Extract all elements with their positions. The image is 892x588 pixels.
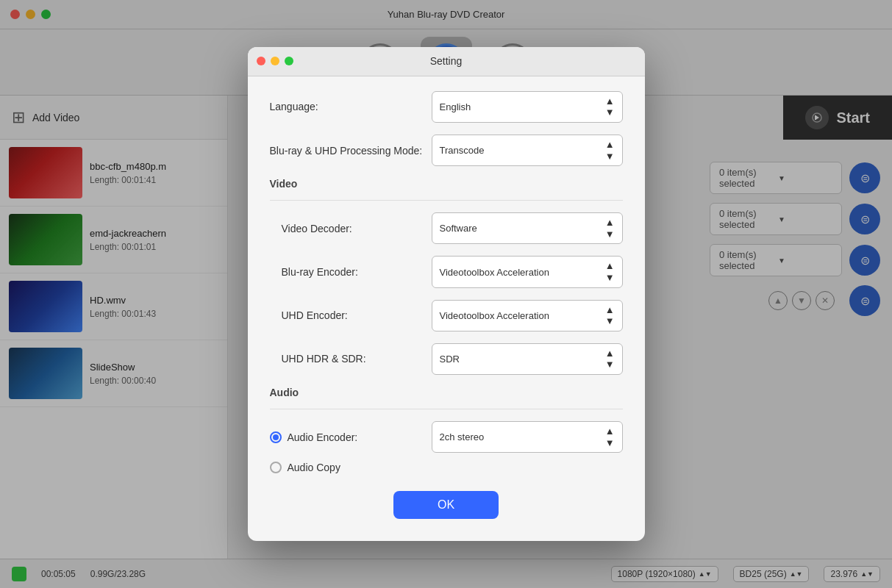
audio-copy-row: Audio Copy: [270, 462, 623, 473]
uhd-encoder-value: Videotoolbox Acceleration: [440, 310, 549, 321]
audio-divider: [270, 409, 623, 409]
bluray-encoder-select[interactable]: Videotoolbox Acceleration ▲ ▼: [432, 256, 623, 287]
bluray-mode-value: Transcode: [440, 145, 485, 156]
uhd-encoder-row: UHD Encoder: Videotoolbox Acceleration ▲…: [270, 300, 623, 331]
bluray-mode-row: Blu-ray & UHD Processing Mode: Transcode…: [270, 135, 623, 166]
stepper-up-icon[interactable]: ▲: [605, 304, 615, 316]
video-decoder-select[interactable]: Software ▲ ▼: [432, 212, 623, 244]
bluray-encoder-stepper[interactable]: ▲ ▼: [605, 260, 615, 283]
stepper-up-icon[interactable]: ▲: [605, 217, 615, 229]
language-value: English: [440, 101, 471, 112]
language-stepper[interactable]: ▲ ▼: [605, 96, 615, 118]
audio-encoder-stepper[interactable]: ▲ ▼: [605, 426, 615, 448]
uhd-hdr-label: UHD HDR & SDR:: [270, 353, 432, 365]
uhd-encoder-label: UHD Encoder:: [270, 309, 432, 321]
audio-copy-label: Audio Copy: [288, 462, 340, 473]
dialog-close-button[interactable]: [257, 57, 265, 65]
uhd-hdr-control: SDR ▲ ▼: [432, 343, 623, 375]
language-label: Language:: [270, 101, 432, 112]
stepper-up-icon[interactable]: ▲: [605, 260, 615, 272]
dialog-body: Language: English ▲ ▼ Blu-ray & UHD Proc…: [248, 76, 645, 541]
audio-section-title: Audio: [270, 387, 623, 398]
stepper-down-icon[interactable]: ▼: [605, 437, 615, 449]
audio-copy-radio[interactable]: [270, 462, 282, 473]
bluray-encoder-value: Videotoolbox Acceleration: [440, 267, 549, 278]
stepper-up-icon[interactable]: ▲: [605, 348, 615, 359]
dialog-title: Setting: [430, 55, 463, 67]
modal-overlay: Setting Language: English ▲ ▼: [0, 0, 892, 588]
video-decoder-stepper[interactable]: ▲ ▼: [605, 217, 615, 240]
uhd-hdr-stepper[interactable]: ▲ ▼: [605, 348, 615, 370]
stepper-up-icon[interactable]: ▲: [605, 96, 615, 107]
audio-copy-radio-label[interactable]: Audio Copy: [270, 462, 432, 473]
bluray-mode-control: Transcode ▲ ▼: [432, 135, 623, 166]
video-section-title: Video: [270, 178, 623, 190]
setting-dialog: Setting Language: English ▲ ▼: [248, 47, 645, 541]
audio-encoder-label: Audio Encoder:: [288, 431, 358, 443]
language-row: Language: English ▲ ▼: [270, 91, 623, 123]
uhd-hdr-value: SDR: [440, 354, 460, 365]
ok-button-area: OK: [270, 491, 623, 519]
uhd-hdr-select[interactable]: SDR ▲ ▼: [432, 343, 623, 375]
dialog-maximize-button[interactable]: [285, 57, 293, 65]
dialog-window-controls: [257, 57, 293, 65]
bluray-encoder-control: Videotoolbox Acceleration ▲ ▼: [432, 256, 623, 287]
bluray-encoder-row: Blu-ray Encoder: Videotoolbox Accelerati…: [270, 256, 623, 287]
language-control: English ▲ ▼: [432, 91, 623, 123]
audio-encoder-control: 2ch stereo ▲ ▼: [432, 421, 623, 453]
stepper-down-icon[interactable]: ▼: [605, 315, 615, 327]
video-decoder-control: Software ▲ ▼: [432, 212, 623, 244]
bluray-encoder-label: Blu-ray Encoder:: [270, 266, 432, 278]
uhd-encoder-control: Videotoolbox Acceleration ▲ ▼: [432, 300, 623, 331]
video-divider: [270, 200, 623, 201]
uhd-hdr-row: UHD HDR & SDR: SDR ▲ ▼: [270, 343, 623, 375]
ok-button[interactable]: OK: [393, 491, 499, 519]
audio-encoder-value: 2ch stereo: [440, 431, 485, 442]
uhd-encoder-select[interactable]: Videotoolbox Acceleration ▲ ▼: [432, 300, 623, 331]
stepper-down-icon[interactable]: ▼: [605, 151, 615, 162]
audio-encoder-select[interactable]: 2ch stereo ▲ ▼: [432, 421, 623, 453]
video-decoder-row: Video Decoder: Software ▲ ▼: [270, 212, 623, 244]
stepper-up-icon[interactable]: ▲: [605, 139, 615, 151]
stepper-down-icon[interactable]: ▼: [605, 229, 615, 240]
language-select[interactable]: English ▲ ▼: [432, 91, 623, 123]
bluray-mode-select[interactable]: Transcode ▲ ▼: [432, 135, 623, 166]
stepper-down-icon[interactable]: ▼: [605, 272, 615, 284]
stepper-down-icon[interactable]: ▼: [605, 359, 615, 370]
bluray-mode-stepper[interactable]: ▲ ▼: [605, 139, 615, 162]
stepper-up-icon[interactable]: ▲: [605, 426, 615, 437]
bluray-mode-label: Blu-ray & UHD Processing Mode:: [270, 145, 432, 157]
dialog-minimize-button[interactable]: [271, 57, 279, 65]
stepper-down-icon[interactable]: ▼: [605, 107, 615, 118]
audio-encoder-radio[interactable]: [270, 431, 282, 443]
video-decoder-value: Software: [440, 223, 477, 234]
uhd-encoder-stepper[interactable]: ▲ ▼: [605, 304, 615, 327]
dialog-title-bar: Setting: [248, 47, 645, 76]
audio-encoder-row: Audio Encoder: 2ch stereo ▲ ▼: [270, 421, 623, 453]
video-decoder-label: Video Decoder:: [270, 223, 432, 234]
audio-encoder-radio-label[interactable]: Audio Encoder:: [270, 431, 432, 443]
